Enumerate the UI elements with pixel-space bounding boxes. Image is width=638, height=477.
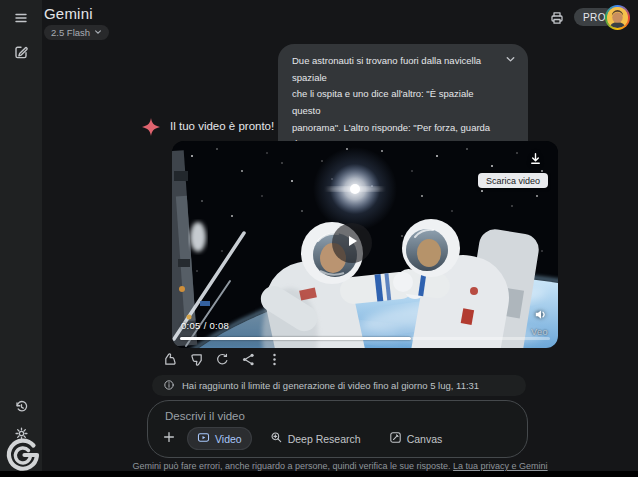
history-button[interactable] <box>9 396 33 420</box>
limit-notice: Hai raggiunto il limite di generazione d… <box>152 375 526 396</box>
tool-chip-label: Video <box>215 433 242 445</box>
avatar[interactable] <box>605 5 630 30</box>
tool-chip-label: Deep Research <box>288 433 361 445</box>
progress-fill <box>180 337 411 340</box>
new-chat-button[interactable] <box>9 42 33 66</box>
tool-chip-canvas[interactable]: Canvas <box>380 428 452 449</box>
page-title: Gemini <box>44 5 93 22</box>
compose-icon <box>13 44 29 64</box>
share-button[interactable] <box>238 351 258 371</box>
chevron-down-icon <box>94 27 102 38</box>
footer-disclaimer: Gemini può fare errori, anche riguardo a… <box>42 461 638 471</box>
progress-bar[interactable] <box>180 337 550 340</box>
sidebar <box>0 0 42 477</box>
g-spiral-logo <box>3 435 43 475</box>
chevron-down-icon <box>505 56 516 67</box>
veo-watermark: Veo <box>531 327 548 337</box>
user-message-line: che li ospita e uno dice all'altro: "È s… <box>292 86 498 119</box>
thumbs-up-button[interactable] <box>160 351 180 371</box>
limit-notice-text: Hai raggiunto il limite di generazione d… <box>182 380 479 391</box>
plus-icon <box>162 430 176 448</box>
regenerate-button[interactable] <box>212 351 232 371</box>
play-button[interactable] <box>332 223 372 263</box>
avatar-photo <box>607 7 628 28</box>
tool-chip-video[interactable]: Video <box>188 428 251 449</box>
prompt-input[interactable] <box>165 410 495 422</box>
volume-button[interactable] <box>533 307 549 323</box>
hamburger-icon <box>13 10 29 30</box>
thumbs-down-icon <box>189 352 204 371</box>
model-selector[interactable]: 2.5 Flash <box>44 25 109 40</box>
volume-icon <box>533 308 548 325</box>
video-player[interactable]: Scarica video 0:05 / 0:08 Veo <box>172 141 558 348</box>
more-vert-icon <box>267 352 282 371</box>
download-video-button[interactable] <box>525 150 545 170</box>
response-actions <box>160 351 284 371</box>
play-icon <box>344 233 360 253</box>
disclaimer-text: Gemini può fare errori, anche riguardo a… <box>132 461 450 471</box>
model-selector-label: 2.5 Flash <box>51 27 90 38</box>
bottom-letterbox <box>0 471 638 477</box>
response-text: Il tuo video è pronto! <box>170 120 274 132</box>
download-icon <box>528 151 543 170</box>
refresh-icon <box>215 352 230 371</box>
canvas-icon <box>389 431 402 446</box>
print-button[interactable] <box>546 9 568 31</box>
video-time: 0:05 / 0:08 <box>181 320 229 331</box>
user-message-line: Due astronauti si trovano fuori dalla na… <box>292 53 498 86</box>
prompt-composer: Video Deep Research Canvas <box>147 400 528 458</box>
add-attachment-button[interactable] <box>160 430 178 448</box>
history-icon <box>14 399 29 418</box>
tool-chip-label: Canvas <box>407 433 443 445</box>
composer-tools: Video Deep Research Canvas <box>160 428 451 449</box>
gemini-app: Gemini 2.5 Flash PRO Due astronauti s <box>0 0 638 477</box>
deep-research-icon <box>270 431 283 446</box>
expand-message-button[interactable] <box>505 54 519 68</box>
thumbs-down-button[interactable] <box>186 351 206 371</box>
download-tooltip: Scarica video <box>478 173 548 188</box>
more-options-button[interactable] <box>264 351 284 371</box>
tool-chip-deep-research[interactable]: Deep Research <box>261 428 370 449</box>
gemini-sparkle-icon <box>142 118 160 136</box>
printer-icon <box>549 10 565 30</box>
menu-button[interactable] <box>9 8 33 32</box>
share-icon <box>241 352 256 371</box>
info-icon <box>163 379 175 393</box>
video-tool-icon <box>197 431 210 446</box>
privacy-link[interactable]: La tua privacy e Gemini <box>453 461 548 471</box>
thumbs-up-icon <box>163 352 178 371</box>
